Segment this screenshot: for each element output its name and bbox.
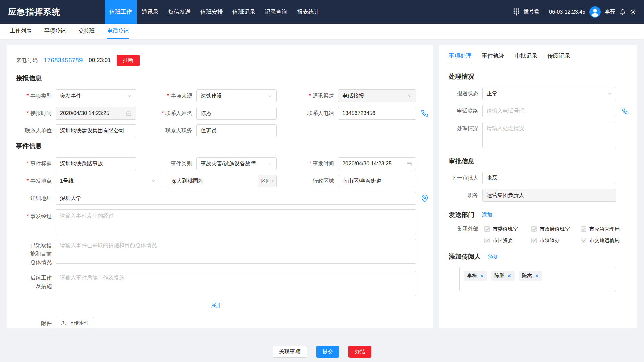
section-send-departments: 发送部门 添加 bbox=[449, 210, 628, 219]
nav-item-contacts[interactable]: 通讯录 bbox=[137, 0, 163, 24]
dept-label: 市交通运输局 bbox=[589, 237, 620, 244]
item-handling-panel: 事项处理 事件轨迹 审批记录 传阅记录 处理情况 报送状态 正常 电话联络 bbox=[439, 45, 637, 328]
nav-item-duty-records[interactable]: 值班记录 bbox=[228, 0, 260, 24]
add-reader-link[interactable]: 添加 bbox=[488, 253, 499, 260]
main-nav: 值班工作 通讯录 短信发送 值班安排 值班记录 记录查询 报表统计 bbox=[105, 0, 324, 24]
dialpad-label[interactable]: 拨号盘 bbox=[523, 8, 539, 15]
group-external-label: 集团外部 bbox=[449, 225, 482, 233]
contact-name-input[interactable] bbox=[196, 107, 277, 120]
caller-number-label: 来电号码 bbox=[16, 57, 38, 64]
section-type-value: 区间 bbox=[261, 178, 271, 184]
reader-tag: 陈杰 bbox=[519, 271, 542, 281]
tab-item-register[interactable]: 事项登记 bbox=[44, 24, 66, 39]
phone-contact-input[interactable] bbox=[482, 105, 616, 117]
contact-title-input[interactable] bbox=[196, 124, 277, 137]
department-checkbox-row: 集团外部 市委值班室 市政府值班室 市应急管理局 bbox=[449, 225, 628, 233]
avatar[interactable] bbox=[589, 6, 601, 18]
report-status-select[interactable]: 正常 bbox=[482, 87, 616, 100]
channel-value: 电话接报 bbox=[342, 93, 364, 100]
tab-approval-records[interactable]: 审批记录 bbox=[515, 52, 537, 64]
contact-org-input[interactable] bbox=[56, 124, 136, 137]
form-row: 详细地址 bbox=[16, 192, 423, 205]
event-time-value: 2020/04/30 14:23:25 bbox=[342, 161, 392, 167]
contact-name-label: 联系人姓名 bbox=[136, 107, 196, 120]
remove-tag-icon[interactable] bbox=[507, 274, 511, 278]
section-approval-info: 审批信息 bbox=[449, 157, 628, 166]
followup-textarea[interactable] bbox=[56, 271, 416, 296]
nav-item-duty-schedule[interactable]: 值班安排 bbox=[196, 0, 228, 24]
dept-checkbox: 市交通运输局 bbox=[579, 237, 628, 244]
report-status-value: 正常 bbox=[487, 90, 497, 97]
dept-label: 市委值班室 bbox=[493, 226, 518, 232]
event-title-input[interactable] bbox=[56, 157, 136, 170]
section-type-dropdown[interactable]: 区间 ▾ bbox=[258, 175, 276, 187]
item-type-select[interactable]: 突发事件 bbox=[56, 89, 136, 102]
tab-phone-register[interactable]: 电话登记 bbox=[107, 24, 129, 39]
sub-tab-bar: 工作列表 事项登记 交接班 电话登记 bbox=[0, 24, 644, 39]
address-input[interactable] bbox=[56, 192, 416, 205]
phone-icon[interactable] bbox=[621, 107, 629, 115]
send-departments-title: 发送部门 bbox=[449, 210, 474, 219]
remove-tag-icon[interactable] bbox=[480, 274, 484, 278]
channel-select: 电话接报 bbox=[338, 89, 416, 102]
report-time-field: 2020/04/30 14:23:25 bbox=[56, 107, 136, 120]
tab-circulation-records[interactable]: 传阅记录 bbox=[547, 52, 570, 64]
upload-attachment-button[interactable]: 上传附件 bbox=[56, 317, 94, 328]
hangup-button[interactable]: 挂断 bbox=[117, 55, 140, 66]
reader-name: 陈杰 bbox=[522, 273, 532, 279]
submit-button[interactable]: 提交 bbox=[316, 346, 339, 358]
report-time-label: 接报时间 bbox=[16, 107, 56, 120]
footer-actions: 关联事项 提交 办结 bbox=[0, 346, 644, 358]
event-time-field[interactable]: 2020/04/30 14:23:25 bbox=[338, 157, 416, 170]
section-input[interactable] bbox=[167, 175, 258, 187]
nav-item-duty-work[interactable]: 值班工作 bbox=[105, 0, 137, 24]
add-department-link[interactable]: 添加 bbox=[482, 212, 492, 219]
phone-register-form-card: 来电号码 17683456789 00:23:01 挂断 接报信息 事项类型 突… bbox=[7, 45, 433, 328]
next-approver-input[interactable] bbox=[482, 172, 616, 184]
gear-icon[interactable] bbox=[630, 9, 636, 15]
handle-detail-textarea[interactable] bbox=[482, 122, 616, 148]
tab-event-track[interactable]: 事件轨迹 bbox=[482, 52, 504, 64]
caller-number[interactable]: 17683456789 bbox=[44, 57, 83, 64]
remove-tag-icon[interactable] bbox=[535, 274, 539, 278]
relate-item-button[interactable]: 关联事项 bbox=[273, 346, 307, 358]
tab-shift-handover[interactable]: 交接班 bbox=[78, 24, 95, 39]
tab-item-handling[interactable]: 事项处理 bbox=[449, 52, 472, 64]
section-add-readers: 添加传阅人 添加 bbox=[449, 252, 628, 261]
approval-info-title: 审批信息 bbox=[449, 157, 474, 166]
process-textarea[interactable] bbox=[56, 209, 416, 234]
handle-detail-label: 处理情况 bbox=[449, 122, 482, 133]
report-status-label: 报送状态 bbox=[449, 87, 482, 100]
item-source-select[interactable]: 深铁建设 bbox=[196, 89, 277, 102]
district-input[interactable] bbox=[338, 175, 416, 187]
form-row: 已采取措施和目前总体情况 bbox=[16, 239, 423, 266]
measures-textarea[interactable] bbox=[56, 239, 416, 264]
top-bar: 应急指挥系统 值班工作 通讯录 短信发送 值班安排 值班记录 记录查询 报表统计… bbox=[0, 0, 644, 24]
dept-checkbox: 市应急管理局 bbox=[579, 226, 628, 232]
expand-link[interactable]: 展开 bbox=[211, 302, 222, 308]
event-type-select[interactable]: 事故灾害/设施设备故障 bbox=[196, 157, 277, 170]
finish-button[interactable]: 办结 bbox=[348, 346, 371, 358]
dialpad-icon[interactable] bbox=[513, 8, 519, 16]
username[interactable]: 李亮 bbox=[605, 8, 615, 15]
bell-icon[interactable] bbox=[620, 9, 626, 15]
location-pin-icon[interactable] bbox=[421, 195, 428, 202]
form-row: 事发地点 1号线 区间 ▾ 行政区域 bbox=[16, 175, 423, 187]
position-field: 运营集团负责人 bbox=[482, 189, 616, 202]
nav-item-sms-send[interactable]: 短信发送 bbox=[163, 0, 196, 24]
contact-phone-input[interactable] bbox=[338, 107, 416, 120]
nav-item-report-stats[interactable]: 报表统计 bbox=[292, 0, 324, 24]
dept-label: 市国资委 bbox=[493, 237, 513, 244]
nav-item-record-query[interactable]: 记录查询 bbox=[260, 0, 292, 24]
phone-icon[interactable] bbox=[421, 110, 428, 117]
event-type-label: 事件类别 bbox=[136, 157, 196, 170]
contact-phone-wrap bbox=[338, 107, 416, 120]
item-type-label: 事项类型 bbox=[16, 89, 56, 102]
checkbox-checked-icon bbox=[531, 226, 537, 232]
tab-work-list[interactable]: 工作列表 bbox=[10, 24, 32, 39]
position-value: 运营集团负责人 bbox=[487, 192, 524, 199]
line-select[interactable]: 1号线 bbox=[56, 175, 160, 187]
checkbox-checked-icon bbox=[484, 238, 490, 243]
event-type-value: 事故灾害/设施设备故障 bbox=[201, 160, 256, 167]
form-row: 后续工作及措施 bbox=[16, 271, 423, 296]
